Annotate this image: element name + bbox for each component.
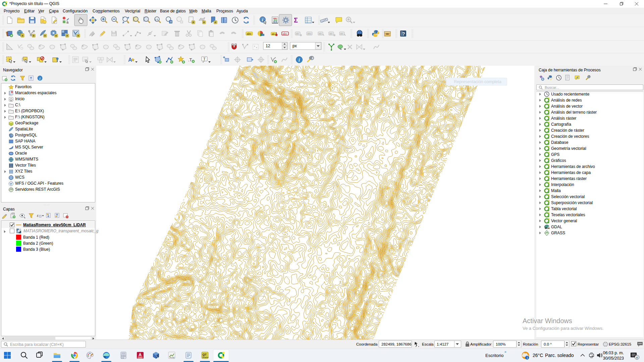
svg-text:GDAL: GDAL <box>545 227 550 229</box>
svg-text:4: 4 <box>636 356 638 359</box>
svg-text:12: 12 <box>266 44 270 48</box>
svg-text:px: px <box>292 44 297 48</box>
svg-text:CAD: CAD <box>138 357 142 359</box>
svg-text:ε: ε <box>37 214 39 218</box>
svg-text:Reader: Reader <box>203 356 209 358</box>
svg-text:Pix4D: Pix4D <box>170 357 175 359</box>
svg-text:1: 1 <box>527 356 528 359</box>
svg-text:QT: QT <box>203 353 207 356</box>
svg-text:A: A <box>139 353 142 357</box>
